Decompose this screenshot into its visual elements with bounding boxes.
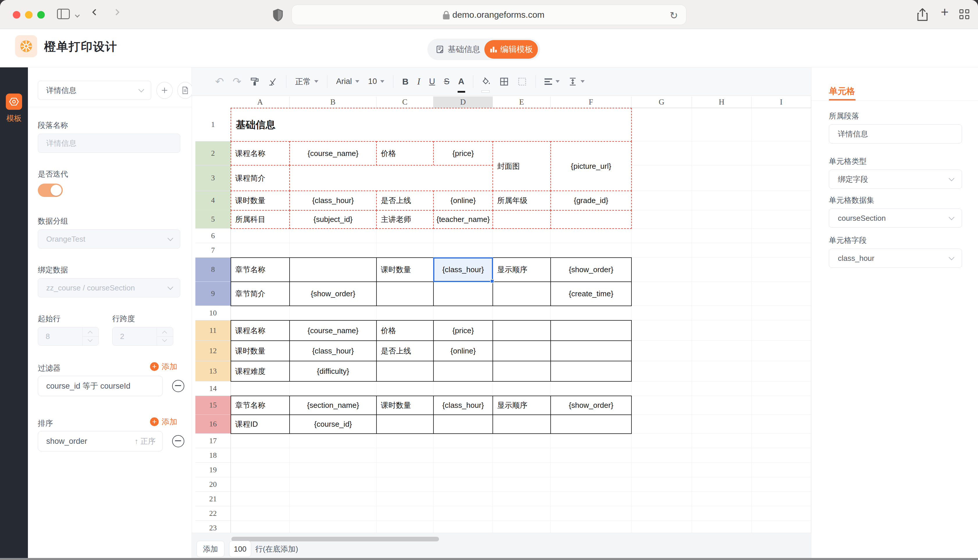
row-header-17[interactable]: 17 [196,433,231,448]
rows-count-input[interactable]: 100 [229,541,251,557]
filter-item[interactable]: course_id 等于 courseId [38,376,163,396]
grid-cell[interactable] [692,306,752,320]
grid-cell[interactable] [493,477,551,492]
grid-cell[interactable] [692,463,752,477]
add-section-button[interactable] [156,82,173,99]
cell-E13[interactable] [493,361,551,382]
zoom-window-button[interactable] [37,11,45,18]
step-up-icon[interactable] [162,331,167,336]
grid-cell[interactable] [692,341,752,361]
cell-A1[interactable]: 基础信息 [231,108,632,142]
grid-cell[interactable] [289,477,376,492]
grid-cell[interactable] [632,433,692,448]
grid-cell[interactable] [551,492,632,506]
grid-cell[interactable] [692,320,752,341]
grid-cell[interactable] [376,306,433,320]
grid-cell[interactable] [376,492,433,506]
grid-cell[interactable] [632,210,692,228]
iterate-toggle[interactable] [38,183,63,197]
grid-cell[interactable] [289,382,376,396]
start-row-stepper[interactable]: 8 [38,327,99,346]
cell-E8[interactable]: 显示顺序 [493,257,551,282]
cell-C8[interactable]: 课时数量 [376,257,434,282]
cell-F4[interactable]: {grade_id} [550,190,632,211]
grid-cell[interactable] [632,506,692,521]
grid-cell[interactable] [289,463,376,477]
cell-E15[interactable]: 显示顺序 [493,396,551,415]
redo-button[interactable]: ↷ [232,73,241,90]
cell-C16[interactable] [376,415,434,434]
grid-cell[interactable] [692,258,752,282]
grid-cell[interactable] [692,228,752,243]
cell-F12[interactable] [550,340,632,361]
cell-A16[interactable]: 课程ID [231,415,290,434]
grid-cell[interactable] [231,477,289,492]
grid-cell[interactable] [231,463,289,477]
cell-D9[interactable] [433,282,493,306]
grid-cell[interactable] [376,382,433,396]
grid-cell[interactable] [692,282,752,306]
tab-edit-template[interactable]: 编辑模板 [484,40,538,59]
grid-cell[interactable] [632,191,692,210]
tab-basic-info[interactable]: 基础信息 [436,38,480,60]
cell-B15[interactable]: {section_name} [289,396,377,415]
grid-cell[interactable] [752,341,811,361]
column-header-B[interactable]: B [289,97,376,108]
grid-cell[interactable] [692,448,752,463]
grid-cell[interactable] [433,382,493,396]
column-header-D[interactable]: D [433,97,493,108]
grid-cell[interactable] [433,243,493,258]
bind-data-select[interactable]: zz_course / courseSection [38,278,180,297]
cell-F15[interactable]: {show_order} [550,396,632,415]
grid-cell[interactable] [493,228,551,243]
grid-cell[interactable] [231,243,289,258]
grid-cell[interactable] [692,142,752,165]
grid-cell[interactable] [376,433,433,448]
share-icon[interactable] [916,8,929,22]
font-family-select[interactable]: Arial [336,73,359,90]
cell-dataset-select[interactable]: courseSection [829,208,962,228]
grid-cell[interactable] [752,165,811,191]
grid-cell[interactable] [551,463,632,477]
grid-cell[interactable] [551,433,632,448]
grid-cell[interactable] [632,320,692,341]
grid-cell[interactable] [433,306,493,320]
remove-sort-button[interactable] [172,435,184,447]
grid-cell[interactable] [289,448,376,463]
column-header-E[interactable]: E [493,97,551,108]
add-sort-button[interactable]: + 添加 [150,417,177,427]
grid-cell[interactable] [493,433,551,448]
row-header-6[interactable]: 6 [196,228,231,243]
grid-cell[interactable] [752,477,811,492]
cell-style-select[interactable]: 正常 [295,73,318,90]
cell-A11[interactable]: 课程名称 [231,320,290,341]
cell-D4[interactable]: {online} [433,190,493,211]
cell-C2[interactable]: 价格 [376,141,434,165]
row-header-12[interactable]: 12 [196,341,231,361]
cell-B9[interactable]: {show_order} [289,282,377,306]
copy-section-button[interactable] [177,82,193,99]
paragraph-name-input[interactable]: 详情信息 [38,133,180,153]
grid-cell[interactable] [231,228,289,243]
column-header-I[interactable]: I [752,97,811,108]
chevron-down-icon[interactable] [75,13,80,18]
data-group-select[interactable]: OrangeTest [38,230,180,248]
cell-E12[interactable] [493,340,551,361]
new-tab-icon[interactable]: + [941,4,949,20]
column-header-C[interactable]: C [376,97,433,108]
template-nav-label[interactable]: 模板 [0,113,28,123]
cell-E5[interactable] [493,210,551,229]
cell-C4[interactable]: 是否上线 [376,190,434,211]
add-rows-button[interactable]: 添加 [197,541,224,557]
grid-cell[interactable] [752,306,811,320]
grid-cell[interactable] [752,463,811,477]
grid-cell[interactable] [289,492,376,506]
cell-type-select[interactable]: 绑定字段 [829,170,962,189]
cell-A5[interactable]: 所属科目 [231,210,290,229]
cell-A4[interactable]: 课时数量 [231,190,290,211]
row-header-9[interactable]: 9 [196,282,231,306]
cell-C9[interactable] [376,282,434,306]
grid-cell[interactable] [493,382,551,396]
grid-cell[interactable] [289,306,376,320]
grid-cell[interactable] [289,228,376,243]
